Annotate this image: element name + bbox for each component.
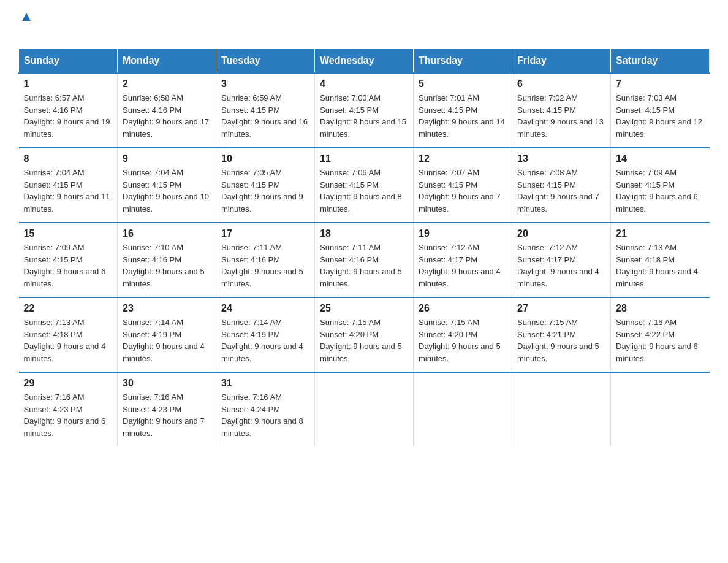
day-number: 21 — [616, 228, 705, 239]
day-info: Sunrise: 7:14 AMSunset: 4:19 PMDaylight:… — [123, 316, 211, 364]
day-number: 4 — [320, 79, 408, 90]
day-number: 6 — [517, 79, 605, 90]
day-info: Sunrise: 7:15 AMSunset: 4:21 PMDaylight:… — [517, 316, 605, 364]
day-info: Sunrise: 7:06 AMSunset: 4:15 PMDaylight:… — [320, 167, 408, 215]
day-number: 25 — [320, 303, 408, 314]
day-number: 12 — [419, 153, 507, 164]
day-number: 17 — [221, 228, 309, 239]
day-cell-21: 21Sunrise: 7:13 AMSunset: 4:18 PMDayligh… — [611, 223, 710, 297]
day-info: Sunrise: 7:11 AMSunset: 4:16 PMDaylight:… — [320, 242, 408, 289]
week-row-5: 29Sunrise: 7:16 AMSunset: 4:23 PMDayligh… — [19, 372, 710, 446]
day-cell-30: 30Sunrise: 7:16 AMSunset: 4:23 PMDayligh… — [118, 372, 216, 446]
day-cell-14: 14Sunrise: 7:09 AMSunset: 4:15 PMDayligh… — [611, 148, 710, 223]
day-info: Sunrise: 7:09 AMSunset: 4:15 PMDaylight:… — [24, 242, 113, 289]
day-number: 11 — [320, 153, 408, 164]
day-cell-2: 2Sunrise: 6:58 AMSunset: 4:16 PMDaylight… — [118, 73, 216, 148]
day-cell-12: 12Sunrise: 7:07 AMSunset: 4:15 PMDayligh… — [414, 148, 512, 223]
day-info: Sunrise: 7:16 AMSunset: 4:23 PMDaylight:… — [24, 391, 113, 439]
day-cell-31: 31Sunrise: 7:16 AMSunset: 4:24 PMDayligh… — [216, 372, 315, 446]
day-cell-3: 3Sunrise: 6:59 AMSunset: 4:15 PMDaylight… — [216, 73, 315, 148]
day-info: Sunrise: 7:01 AMSunset: 4:15 PMDaylight:… — [419, 92, 507, 140]
day-number: 24 — [221, 303, 309, 314]
day-info: Sunrise: 7:00 AMSunset: 4:15 PMDaylight:… — [320, 92, 408, 140]
day-cell-1: 1Sunrise: 6:57 AMSunset: 4:16 PMDaylight… — [19, 73, 118, 148]
day-cell-7: 7Sunrise: 7:03 AMSunset: 4:15 PMDaylight… — [611, 73, 710, 148]
weekday-header-tuesday: Tuesday — [216, 49, 315, 74]
day-info: Sunrise: 7:03 AMSunset: 4:15 PMDaylight:… — [616, 92, 705, 140]
day-cell-16: 16Sunrise: 7:10 AMSunset: 4:16 PMDayligh… — [118, 223, 216, 297]
day-info: Sunrise: 7:08 AMSunset: 4:15 PMDaylight:… — [517, 167, 605, 215]
weekday-header-sunday: Sunday — [19, 49, 118, 74]
day-number: 29 — [24, 378, 113, 389]
day-info: Sunrise: 7:16 AMSunset: 4:22 PMDaylight:… — [616, 316, 705, 364]
page-header — [18, 12, 710, 42]
week-row-1: 1Sunrise: 6:57 AMSunset: 4:16 PMDaylight… — [19, 73, 710, 148]
day-info: Sunrise: 7:12 AMSunset: 4:17 PMDaylight:… — [517, 242, 605, 289]
day-number: 7 — [616, 79, 705, 90]
day-cell-25: 25Sunrise: 7:15 AMSunset: 4:20 PMDayligh… — [315, 297, 414, 372]
day-number: 31 — [221, 378, 309, 389]
day-cell-23: 23Sunrise: 7:14 AMSunset: 4:19 PMDayligh… — [118, 297, 216, 372]
day-number: 2 — [123, 79, 211, 90]
day-cell-29: 29Sunrise: 7:16 AMSunset: 4:23 PMDayligh… — [19, 372, 118, 446]
svg-marker-0 — [22, 13, 31, 21]
weekday-header-wednesday: Wednesday — [315, 49, 414, 74]
day-number: 16 — [123, 228, 211, 239]
day-info: Sunrise: 7:16 AMSunset: 4:23 PMDaylight:… — [123, 391, 211, 439]
day-number: 1 — [24, 79, 113, 90]
day-number: 5 — [419, 79, 507, 90]
day-info: Sunrise: 7:14 AMSunset: 4:19 PMDaylight:… — [221, 316, 309, 364]
day-cell-9: 9Sunrise: 7:04 AMSunset: 4:15 PMDaylight… — [118, 148, 216, 223]
empty-cell — [315, 372, 414, 446]
day-number: 22 — [24, 303, 113, 314]
day-info: Sunrise: 7:11 AMSunset: 4:16 PMDaylight:… — [221, 242, 309, 289]
day-cell-22: 22Sunrise: 7:13 AMSunset: 4:18 PMDayligh… — [19, 297, 118, 372]
day-info: Sunrise: 7:07 AMSunset: 4:15 PMDaylight:… — [419, 167, 507, 215]
day-cell-26: 26Sunrise: 7:15 AMSunset: 4:20 PMDayligh… — [414, 297, 512, 372]
day-number: 3 — [221, 79, 309, 90]
weekday-header-monday: Monday — [118, 49, 216, 74]
day-info: Sunrise: 7:16 AMSunset: 4:24 PMDaylight:… — [221, 391, 309, 439]
day-cell-17: 17Sunrise: 7:11 AMSunset: 4:16 PMDayligh… — [216, 223, 315, 297]
day-cell-15: 15Sunrise: 7:09 AMSunset: 4:15 PMDayligh… — [19, 223, 118, 297]
day-info: Sunrise: 7:04 AMSunset: 4:15 PMDaylight:… — [123, 167, 211, 215]
day-info: Sunrise: 7:05 AMSunset: 4:15 PMDaylight:… — [221, 167, 309, 215]
day-cell-5: 5Sunrise: 7:01 AMSunset: 4:15 PMDaylight… — [414, 73, 512, 148]
day-number: 28 — [616, 303, 705, 314]
day-info: Sunrise: 6:58 AMSunset: 4:16 PMDaylight:… — [123, 92, 211, 140]
day-number: 23 — [123, 303, 211, 314]
empty-cell — [414, 372, 512, 446]
day-number: 9 — [123, 153, 211, 164]
day-info: Sunrise: 7:13 AMSunset: 4:18 PMDaylight:… — [616, 242, 705, 289]
day-number: 27 — [517, 303, 605, 314]
day-info: Sunrise: 7:15 AMSunset: 4:20 PMDaylight:… — [320, 316, 408, 364]
week-row-3: 15Sunrise: 7:09 AMSunset: 4:15 PMDayligh… — [19, 223, 710, 297]
empty-cell — [611, 372, 710, 446]
weekday-header-thursday: Thursday — [414, 49, 512, 74]
week-row-2: 8Sunrise: 7:04 AMSunset: 4:15 PMDaylight… — [19, 148, 710, 223]
day-cell-13: 13Sunrise: 7:08 AMSunset: 4:15 PMDayligh… — [512, 148, 611, 223]
day-info: Sunrise: 7:12 AMSunset: 4:17 PMDaylight:… — [419, 242, 507, 289]
day-cell-11: 11Sunrise: 7:06 AMSunset: 4:15 PMDayligh… — [315, 148, 414, 223]
weekday-header-row: SundayMondayTuesdayWednesdayThursdayFrid… — [19, 49, 710, 74]
day-number: 10 — [221, 153, 309, 164]
day-info: Sunrise: 7:09 AMSunset: 4:15 PMDaylight:… — [616, 167, 705, 215]
day-info: Sunrise: 7:04 AMSunset: 4:15 PMDaylight:… — [24, 167, 113, 215]
day-number: 26 — [419, 303, 507, 314]
day-info: Sunrise: 7:10 AMSunset: 4:16 PMDaylight:… — [123, 242, 211, 289]
day-info: Sunrise: 7:02 AMSunset: 4:15 PMDaylight:… — [517, 92, 605, 140]
week-row-4: 22Sunrise: 7:13 AMSunset: 4:18 PMDayligh… — [19, 297, 710, 372]
empty-cell — [512, 372, 611, 446]
day-cell-20: 20Sunrise: 7:12 AMSunset: 4:17 PMDayligh… — [512, 223, 611, 297]
day-cell-10: 10Sunrise: 7:05 AMSunset: 4:15 PMDayligh… — [216, 148, 315, 223]
day-number: 8 — [24, 153, 113, 164]
day-cell-8: 8Sunrise: 7:04 AMSunset: 4:15 PMDaylight… — [19, 148, 118, 223]
calendar-table: SundayMondayTuesdayWednesdayThursdayFrid… — [18, 48, 710, 446]
weekday-header-saturday: Saturday — [611, 49, 710, 74]
day-cell-27: 27Sunrise: 7:15 AMSunset: 4:21 PMDayligh… — [512, 297, 611, 372]
day-info: Sunrise: 6:59 AMSunset: 4:15 PMDaylight:… — [221, 92, 309, 140]
day-number: 19 — [419, 228, 507, 239]
day-cell-19: 19Sunrise: 7:12 AMSunset: 4:17 PMDayligh… — [414, 223, 512, 297]
weekday-header-friday: Friday — [512, 49, 611, 74]
day-cell-4: 4Sunrise: 7:00 AMSunset: 4:15 PMDaylight… — [315, 73, 414, 148]
